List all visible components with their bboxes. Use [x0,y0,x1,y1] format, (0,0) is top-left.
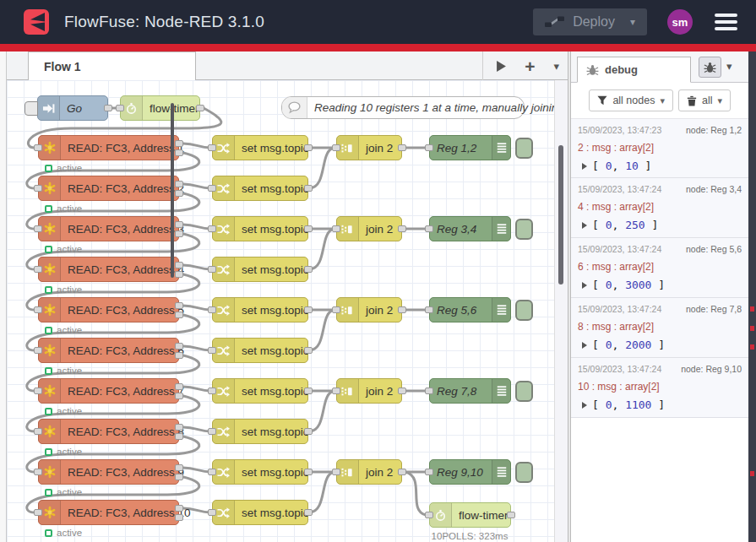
input-port[interactable] [34,347,42,354]
change-node[interactable]: set msg.topic [212,459,308,485]
output-port[interactable] [175,262,183,268]
output-port[interactable] [304,469,313,475]
debug-toggle-button[interactable] [515,462,533,483]
input-port[interactable] [208,428,216,435]
input-port[interactable] [34,428,42,435]
output-port[interactable] [175,181,183,187]
output-port[interactable] [175,474,183,480]
inject-node[interactable]: Go [37,95,108,121]
add-flow-button[interactable]: + [525,57,535,75]
input-port[interactable] [34,185,42,192]
input-port[interactable] [208,469,216,475]
sidebar-options-chevron-icon[interactable]: ▾ [726,60,732,73]
output-port[interactable] [175,393,183,399]
debug-toggle-button[interactable] [515,300,533,321]
read-node[interactable]: READ: FC3, Address 9 [38,459,179,485]
output-port[interactable] [398,388,406,394]
read-node[interactable]: READ: FC3, Address 4 [38,257,179,282]
expand-caret-icon[interactable] [582,163,587,170]
input-port[interactable] [332,144,340,151]
output-port[interactable] [304,306,313,313]
input-port[interactable] [116,105,124,111]
flow-canvas[interactable]: Goflow-timerReading 10 registers 1 at a … [7,80,554,542]
output-port[interactable] [398,469,406,475]
change-node[interactable]: set msg.topic [212,419,308,444]
input-port[interactable] [34,306,42,313]
input-port[interactable] [208,509,216,516]
comment-node[interactable]: Reading 10 registers 1 at a time, manual… [281,96,525,119]
input-port[interactable] [425,306,433,313]
output-port[interactable] [398,144,406,151]
inject-trigger-button[interactable] [24,101,38,116]
debug-node[interactable]: Reg 3,4 [429,216,511,241]
output-port[interactable] [175,505,183,512]
output-port[interactable] [175,343,183,350]
input-port[interactable] [425,225,433,232]
input-port[interactable] [34,388,42,394]
input-port[interactable] [208,185,216,192]
debug-message[interactable]: 15/09/2023, 13:47:24node: Reg 9,1010 : m… [571,358,748,418]
read-node[interactable]: READ: FC3, Address 8 [38,419,179,444]
change-node[interactable]: set msg.topic [212,500,308,525]
input-port[interactable] [332,469,340,475]
input-port[interactable] [208,144,216,151]
output-port[interactable] [507,512,515,518]
change-node[interactable]: set msg.topic [212,176,308,201]
output-port[interactable] [175,190,183,197]
output-port[interactable] [196,105,204,111]
read-node[interactable]: READ: FC3, Address 1 [38,135,179,160]
output-port[interactable] [304,185,313,192]
output-port[interactable] [104,105,112,111]
expand-caret-icon[interactable] [582,402,587,409]
change-node[interactable]: set msg.topic [212,378,308,404]
join-node[interactable]: join 2 [336,297,402,322]
output-port[interactable] [304,266,313,273]
output-port[interactable] [304,428,313,435]
output-port[interactable] [175,312,183,318]
input-port[interactable] [425,512,433,518]
output-port[interactable] [175,424,183,431]
read-node[interactable]: READ: FC3, Address 5 [38,297,179,322]
input-port[interactable] [208,347,216,354]
join-node[interactable]: join 2 [336,459,402,485]
output-port[interactable] [304,347,313,354]
debug-message[interactable]: 15/09/2023, 13:47:24node: Reg 3,44 : msg… [571,178,748,238]
debug-filter-button[interactable]: all nodes ▾ [589,89,673,111]
input-port[interactable] [332,306,340,313]
debug-toggle-button[interactable] [515,381,533,402]
input-port[interactable] [425,144,433,151]
input-port[interactable] [34,225,42,232]
tab-flow-1[interactable]: Flow 1 [28,51,196,80]
read-node[interactable]: READ: FC3, Address 3 [38,216,179,241]
debug-clear-button[interactable]: all ▾ [678,89,731,111]
deploy-button[interactable]: Deploy ▾ [533,8,647,35]
read-node[interactable]: READ: FC3, Address 2 [38,176,179,201]
debug-message[interactable]: 15/09/2023, 13:47:24node: Reg 7,88 : msg… [571,298,748,358]
canvas-scrollbar-thumb[interactable] [558,145,563,285]
output-port[interactable] [175,271,183,278]
debug-node[interactable]: Reg 9,10 [429,459,511,485]
output-port[interactable] [175,302,183,309]
debug-messages-toggle-button[interactable] [699,57,721,78]
debug-message[interactable]: 15/09/2023, 13:47:24node: Reg 5,66 : msg… [571,238,748,298]
change-node[interactable]: set msg.topic [212,338,308,363]
input-port[interactable] [332,225,340,232]
flow-list-chevron-icon[interactable]: ▾ [553,60,559,73]
output-port[interactable] [175,149,183,156]
output-port[interactable] [175,514,183,521]
user-avatar[interactable]: sm [667,9,693,35]
read-node[interactable]: READ: FC3, Address 10 [38,500,179,525]
input-port[interactable] [425,388,433,394]
debug-toggle-button[interactable] [515,219,533,240]
change-node[interactable]: set msg.topic [212,216,308,241]
output-port[interactable] [398,225,406,232]
output-port[interactable] [175,433,183,440]
input-port[interactable] [34,144,42,151]
expand-caret-icon[interactable] [582,222,587,229]
input-port[interactable] [34,509,42,516]
input-port[interactable] [208,266,216,273]
debug-message[interactable]: 15/09/2023, 13:47:23node: Reg 1,22 : msg… [571,118,748,178]
tab-debug[interactable]: debug [577,57,691,83]
output-port[interactable] [175,383,183,390]
change-node[interactable]: set msg.topic [212,135,308,160]
